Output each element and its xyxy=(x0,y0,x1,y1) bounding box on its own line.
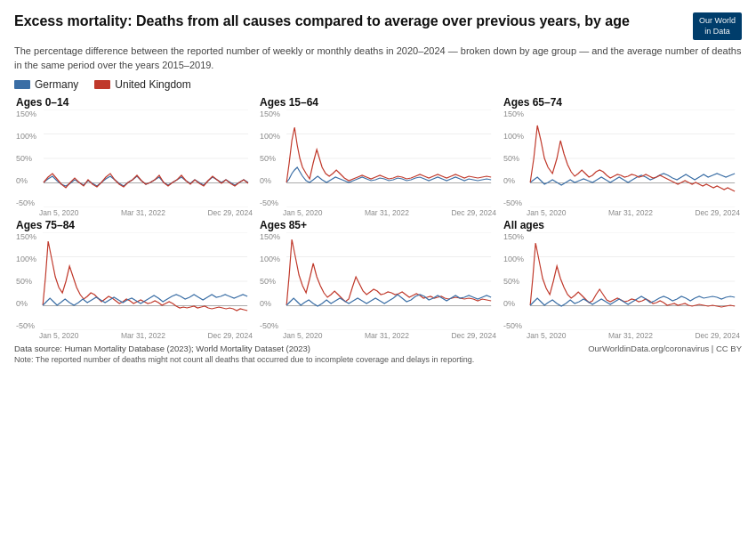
chart-ages-0-14: Ages 0–14 150%100%50%0%-50% xyxy=(14,96,254,217)
chart-label-85-plus: Ages 85+ xyxy=(260,219,496,231)
y-axis-75-84: 150%100%50%0%-50% xyxy=(16,232,37,330)
uk-color xyxy=(94,80,110,89)
chart-svg-75-84 xyxy=(37,232,253,330)
chart-area-0-14: 150%100%50%0%-50% xyxy=(16,109,253,217)
y-axis-15-64: 150%100%50%0%-50% xyxy=(260,109,281,207)
legend-item-germany: Germany xyxy=(14,78,78,91)
chart-area-75-84: 150%100%50%0%-50% Jan xyxy=(16,232,253,340)
chart-label-15-64: Ages 15–64 xyxy=(260,96,496,109)
chart-area-65-74: 150%100%50%0%-50% Jan xyxy=(503,109,740,217)
chart-label-0-14: Ages 0–14 xyxy=(16,96,253,109)
footer-note: Note: The reported number of deaths migh… xyxy=(14,355,742,364)
page-container: Excess mortality: Deaths from all causes… xyxy=(0,0,756,373)
x-axis-75-84: Jan 5, 2020Mar 31, 2022Dec 29, 2024 xyxy=(16,331,253,340)
chart-ages-15-64: Ages 15–64 150%100%50%0%-50% xyxy=(258,96,498,217)
x-axis-85-plus: Jan 5, 2020Mar 31, 2022Dec 29, 2024 xyxy=(260,331,496,340)
uk-label: United Kingdom xyxy=(115,78,190,91)
chart-svg-all-ages xyxy=(525,232,740,330)
y-axis-65-74: 150%100%50%0%-50% xyxy=(503,109,525,207)
chart-svg-85-plus xyxy=(281,232,496,330)
footer: Data source: Human Mortality Database (2… xyxy=(14,344,742,353)
chart-ages-75-84: Ages 75–84 150%100%50%0%-50% xyxy=(14,219,254,340)
chart-all-ages: All ages 150%100%50%0%-50% xyxy=(502,219,742,340)
chart-label-all-ages: All ages xyxy=(503,219,740,231)
chart-ages-85-plus: Ages 85+ 150%100%50%0%-50% xyxy=(258,219,498,340)
y-axis-0-14: 150%100%50%0%-50% xyxy=(16,109,39,207)
chart-area-85-plus: 150%100%50%0%-50% Jan xyxy=(260,232,496,340)
x-axis-0-14: Jan 5, 2020Mar 31, 2022Dec 29, 2024 xyxy=(16,208,253,217)
footer-source: Data source: Human Mortality Database (2… xyxy=(14,344,310,353)
chart-ages-65-74: Ages 65–74 150%100%50%0%-50% xyxy=(502,96,742,217)
chart-svg-65-74 xyxy=(525,109,740,207)
chart-area-15-64: 150%100%50%0%-50% xyxy=(260,109,496,217)
legend: Germany United Kingdom xyxy=(14,78,742,91)
y-axis-85-plus: 150%100%50%0%-50% xyxy=(260,232,281,330)
page-title: Excess mortality: Deaths from all causes… xyxy=(14,12,630,31)
footer-attribution: OurWorldinData.org/coronavirus | CC BY xyxy=(588,344,742,353)
header-row: Excess mortality: Deaths from all causes… xyxy=(14,12,742,40)
subtitle: The percentage difference between the re… xyxy=(14,44,742,72)
y-axis-all-ages: 150%100%50%0%-50% xyxy=(503,232,525,330)
x-axis-65-74: Jan 5, 2020Mar 31, 2022Dec 29, 2024 xyxy=(503,208,740,217)
chart-svg-15-64 xyxy=(281,109,496,207)
brand-badge: Our Worldin Data xyxy=(693,12,742,40)
germany-label: Germany xyxy=(35,78,78,91)
chart-area-all-ages: 150%100%50%0%-50% Jan xyxy=(503,232,740,340)
charts-grid: Ages 0–14 150%100%50%0%-50% xyxy=(14,96,742,340)
chart-label-65-74: Ages 65–74 xyxy=(503,96,740,109)
chart-svg-0-14 xyxy=(39,109,253,207)
x-axis-all-ages: Jan 5, 2020Mar 31, 2022Dec 29, 2024 xyxy=(503,331,740,340)
legend-item-uk: United Kingdom xyxy=(94,78,190,91)
x-axis-15-64: Jan 5, 2020Mar 31, 2022Dec 29, 2024 xyxy=(260,208,496,217)
germany-color xyxy=(14,80,30,89)
chart-label-75-84: Ages 75–84 xyxy=(16,219,253,231)
